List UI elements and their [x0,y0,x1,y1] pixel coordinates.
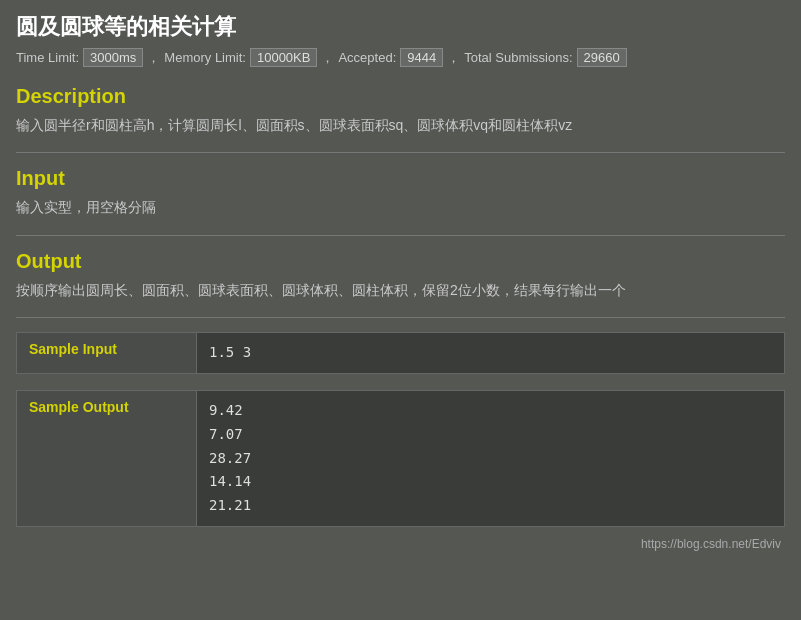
memory-limit-value: 10000KB [250,48,318,67]
time-limit-value: 3000ms [83,48,143,67]
description-title: Description [16,85,785,108]
input-content: 输入实型，用空格分隔 [16,196,785,218]
input-title: Input [16,167,785,190]
sample-output-line-4: 14.14 [209,470,772,494]
sample-output-label: Sample Output [17,390,197,526]
divider-2 [16,235,785,236]
total-submissions-value: 29660 [577,48,627,67]
sample-output-line-1: 9.42 [209,399,772,423]
sample-row-gap [17,373,785,390]
accepted-value: 9444 [400,48,443,67]
meta-sep2: ， [321,49,334,67]
output-content: 按顺序输出圆周长、圆面积、圆球表面积、圆球体积、圆柱体积，保留2位小数，结果每行… [16,279,785,301]
divider-3 [16,317,785,318]
sample-output-line-3: 28.27 [209,447,772,471]
input-block: Input 输入实型，用空格分隔 [16,167,785,218]
sample-output-row: Sample Output 9.42 7.07 28.27 14.14 21.2… [17,390,785,526]
description-content: 输入圆半径r和圆柱高h，计算圆周长l、圆面积s、圆球表面积sq、圆球体积vq和圆… [16,114,785,136]
description-block: Description 输入圆半径r和圆柱高h，计算圆周长l、圆面积s、圆球表面… [16,85,785,136]
total-label: Total Submissions: [464,50,572,65]
sample-input-value: 1.5 3 [197,333,785,374]
sample-output-line-5: 21.21 [209,494,772,518]
footer-link: https://blog.csdn.net/Edviv [16,537,785,551]
sample-output-values: 9.42 7.07 28.27 14.14 21.21 [197,390,785,526]
page-title: 圆及圆球等的相关计算 [16,12,785,42]
divider-1 [16,152,785,153]
meta-sep1: ， [147,49,160,67]
sample-input-row: Sample Input 1.5 3 [17,333,785,374]
output-block: Output 按顺序输出圆周长、圆面积、圆球表面积、圆球体积、圆柱体积，保留2位… [16,250,785,301]
time-limit-label: Time Limit: [16,50,79,65]
sample-table: Sample Input 1.5 3 Sample Output 9.42 7.… [16,332,785,527]
page-container: 圆及圆球等的相关计算 Time Limit: 3000ms ， Memory L… [0,0,801,567]
meta-sep3: ， [447,49,460,67]
sample-input-label: Sample Input [17,333,197,374]
meta-bar: Time Limit: 3000ms ， Memory Limit: 10000… [16,48,785,67]
sample-output-line-2: 7.07 [209,423,772,447]
output-title: Output [16,250,785,273]
accepted-label: Accepted: [338,50,396,65]
memory-limit-label: Memory Limit: [164,50,246,65]
